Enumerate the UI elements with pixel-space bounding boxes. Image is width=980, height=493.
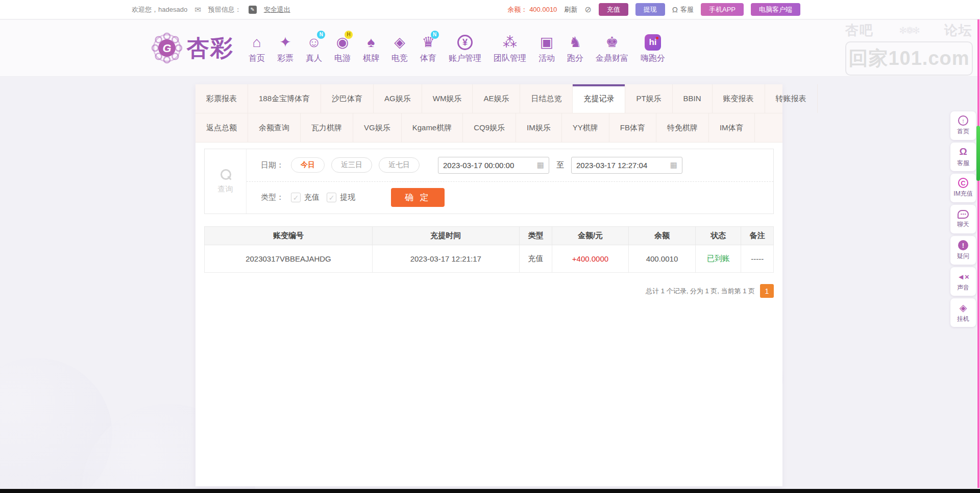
date-from-input[interactable]: 2023-03-17 00:00:00 ▦ — [438, 157, 549, 174]
headset-icon: Ω — [672, 5, 678, 14]
cell-status: 已到账 — [696, 245, 741, 273]
nav-icon — [279, 35, 291, 50]
sidebar-item[interactable]: 首页 — [950, 111, 976, 140]
sidebar-item-label: 客服 — [957, 159, 969, 168]
mobile-app-button[interactable]: 手机APP — [701, 3, 744, 16]
date-to-input[interactable]: 2023-03-17 12:27:04 ▦ — [571, 157, 682, 174]
records-table-wrap: 账变编号 充提时间 类型 金额/元 余额 状态 备注 20230317VBBEA… — [204, 226, 774, 273]
logout-link[interactable]: 安全退出 — [264, 5, 290, 14]
scrollbar-thumb[interactable] — [976, 126, 980, 181]
hide-balance-eye-icon[interactable]: ⊘ — [584, 5, 591, 14]
report-tab[interactable]: 瓦力棋牌 — [301, 113, 353, 142]
report-tab[interactable]: 特免棋牌 — [656, 113, 709, 142]
customer-service-label: 客服 — [680, 5, 694, 14]
bottom-black-bar — [0, 489, 980, 493]
nav-item[interactable]: 团队管理 — [490, 33, 530, 64]
sidebar-item[interactable]: 聊天 — [950, 205, 976, 233]
refresh-link[interactable]: 刷新 — [564, 5, 577, 14]
records-panel: 彩票报表 188金宝博体育 沙巴体育 AG娱乐 WM娱乐 AE娱乐 日结总览 充… — [195, 84, 782, 486]
sidebar-item-icon — [959, 146, 967, 157]
nav-item[interactable]: 活动 — [535, 33, 558, 64]
nav-item[interactable]: 账户管理 — [445, 33, 485, 64]
quick-range-pill[interactable]: 近七日 — [379, 157, 420, 173]
records-table: 账变编号 充提时间 类型 金额/元 余额 状态 备注 20230317VBBEA… — [204, 226, 774, 273]
confirm-button[interactable]: 确 定 — [391, 188, 445, 207]
nav-item[interactable]: 彩票 — [274, 33, 297, 64]
report-tab[interactable]: AG娱乐 — [374, 84, 422, 113]
floating-sidebar: 首页 客服 IM充值 聊天 疑问 声音 挂机 — [950, 111, 976, 327]
checkbox[interactable]: ✓ — [327, 193, 336, 202]
nav-item[interactable]: 棋牌 — [359, 33, 383, 64]
quick-range-pill[interactable]: 近三日 — [331, 157, 372, 173]
report-tab[interactable]: YY棋牌 — [562, 113, 609, 142]
deposit-button[interactable]: 充值 — [599, 3, 628, 16]
table-header-cell: 金额/元 — [552, 227, 628, 245]
report-tab[interactable]: 彩票报表 — [195, 84, 248, 113]
report-tab[interactable]: BBIN — [673, 84, 713, 113]
date-from-value: 2023-03-17 00:00:00 — [443, 161, 514, 170]
calendar-icon[interactable]: ▦ — [537, 160, 544, 170]
sidebar-item[interactable]: 挂机 — [950, 298, 976, 327]
report-tab[interactable]: 余额查询 — [248, 113, 301, 142]
background-decoration — [0, 358, 112, 493]
site-logo[interactable]: G 杏彩 — [151, 32, 234, 64]
nav-item[interactable]: 首页 — [245, 33, 268, 64]
nav-item[interactable]: N 真人 — [302, 33, 326, 64]
report-tab[interactable]: 188金宝博体育 — [248, 84, 321, 113]
pc-client-button[interactable]: 电脑客户端 — [751, 3, 800, 16]
report-tab[interactable]: 充提记录 — [573, 84, 625, 113]
report-tab[interactable]: IM体育 — [709, 113, 755, 142]
sidebar-item[interactable]: 疑问 — [950, 236, 976, 265]
nav-item[interactable]: N 体育 — [416, 33, 440, 64]
report-tab[interactable]: 返点总额 — [195, 113, 248, 142]
welcome-text: 欢迎您，hadesado — [132, 5, 187, 14]
customer-service-link[interactable]: Ω 客服 — [672, 5, 694, 14]
report-tab[interactable]: FB体育 — [609, 113, 656, 142]
report-tab[interactable]: 账变报表 — [713, 84, 765, 113]
sidebar-item[interactable]: IM充值 — [950, 174, 976, 202]
checkbox[interactable]: ✓ — [291, 193, 301, 202]
calendar-icon[interactable]: ▦ — [670, 160, 677, 170]
nav-item-label: 电竞 — [391, 53, 408, 64]
page-number-button[interactable]: 1 — [760, 284, 774, 298]
site-header: G 杏彩 首页 彩票 N 真人 H 电游 — [0, 20, 980, 77]
tabs-row-1: 彩票报表 188金宝博体育 沙巴体育 AG娱乐 WM娱乐 AE娱乐 日结总览 充… — [195, 84, 782, 113]
cell-time: 2023-03-17 12:21:17 — [372, 245, 519, 273]
table-header-row: 账变编号 充提时间 类型 金额/元 余额 状态 备注 — [205, 227, 774, 245]
sidebar-item[interactable]: 声音 — [950, 267, 976, 296]
type-checkbox-option[interactable]: ✓ 充值 — [291, 193, 320, 202]
sidebar-item[interactable]: 客服 — [950, 143, 976, 171]
top-bar: 欢迎您，hadesado ✉ 预留信息： ✎ 安全退出 余额： 400.0010… — [0, 0, 980, 19]
nav-item[interactable]: 跑分 — [564, 33, 587, 64]
table-header-cell: 类型 — [519, 227, 552, 245]
table-header-cell: 充提时间 — [372, 227, 519, 245]
report-tab[interactable]: AE娱乐 — [473, 84, 520, 113]
nav-icon — [368, 35, 375, 50]
report-tab[interactable]: Kgame棋牌 — [402, 113, 463, 142]
logo-flower-icon: G — [151, 32, 183, 64]
report-tab[interactable]: CQ9娱乐 — [463, 113, 516, 142]
report-tab[interactable]: 日结总览 — [520, 84, 573, 113]
report-tab[interactable]: PT娱乐 — [625, 84, 672, 113]
sidebar-item-icon — [958, 210, 969, 219]
nav-item-label: 棋牌 — [363, 53, 379, 64]
quick-range-pill[interactable]: 今日 — [291, 157, 325, 173]
nav-item[interactable]: 嗨跑分 — [637, 33, 669, 64]
report-tab[interactable]: VG娱乐 — [353, 113, 402, 142]
report-tab[interactable]: IM娱乐 — [516, 113, 562, 142]
nav-item[interactable]: H 电游 — [331, 33, 354, 64]
edit-pencil-icon[interactable]: ✎ — [249, 6, 257, 14]
table-header-cell: 状态 — [696, 227, 741, 245]
sidebar-item-label: 聊天 — [957, 220, 969, 229]
nav-item[interactable]: 金鼎财富 — [592, 33, 632, 64]
type-checkbox-option[interactable]: ✓ 提现 — [327, 193, 355, 202]
sidebar-item-label: IM充值 — [953, 190, 972, 198]
withdraw-button[interactable]: 提现 — [635, 3, 665, 16]
report-tab[interactable]: 转账报表 — [765, 84, 818, 113]
type-option-label: 充值 — [304, 193, 320, 202]
report-tab[interactable]: WM娱乐 — [422, 84, 473, 113]
report-tab[interactable]: 沙巴体育 — [321, 84, 374, 113]
nav-item[interactable]: 电竞 — [388, 33, 411, 64]
mail-icon[interactable]: ✉ — [194, 5, 201, 14]
cell-type: 充值 — [519, 245, 552, 273]
